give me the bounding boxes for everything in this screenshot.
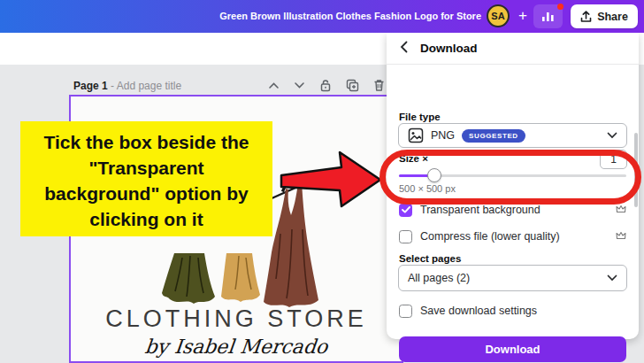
panel-title: Download	[420, 42, 478, 55]
pro-crown-icon	[616, 204, 626, 216]
yellow-instruction-note: Tick the box beside the "Transparent bac…	[20, 121, 272, 236]
move-page-down-icon[interactable]	[294, 81, 305, 89]
analytics-chart-icon	[540, 10, 556, 23]
size-multiplier-input[interactable]: 1	[600, 150, 627, 169]
duplicate-page-icon[interactable]	[346, 79, 359, 92]
add-member-button[interactable]: +	[513, 5, 533, 27]
download-button[interactable]: Download	[399, 336, 626, 362]
logo-byline[interactable]: by Isabel Mercado	[70, 336, 403, 358]
note-line: background" option by	[20, 181, 272, 206]
panel-scrollbar[interactable]	[634, 133, 638, 207]
save-settings-checkbox[interactable]	[399, 305, 412, 318]
move-page-up-icon[interactable]	[268, 81, 280, 89]
transparent-background-label: Transparent background	[420, 204, 540, 216]
transparent-background-checkbox[interactable]	[399, 204, 412, 217]
document-title[interactable]: Green Brown Illustration Clothes Fashion…	[219, 11, 481, 21]
note-line: "Transparent	[20, 155, 272, 181]
top-navigation-bar: Green Brown Illustration Clothes Fashion…	[0, 0, 644, 33]
transparent-background-option[interactable]: Transparent background	[399, 202, 626, 218]
share-label: Share	[597, 11, 628, 23]
logo-store-name[interactable]: CLOTHING STORE	[71, 305, 402, 333]
save-download-settings-option[interactable]: Save download settings	[399, 303, 626, 319]
compress-file-checkbox[interactable]	[399, 230, 412, 243]
chevron-down-icon	[607, 129, 617, 142]
save-settings-label: Save download settings	[420, 305, 537, 317]
page-title-row[interactable]: Page 1 - Add page title	[73, 80, 181, 92]
select-pages-dropdown[interactable]: All pages (2)	[398, 265, 627, 291]
file-type-label: File type	[399, 112, 441, 122]
compress-file-option[interactable]: Compress file (lower quality)	[399, 228, 626, 244]
lock-icon[interactable]	[319, 79, 332, 92]
compress-file-label: Compress file (lower quality)	[420, 230, 560, 243]
file-type-value: PNG	[431, 129, 455, 142]
back-chevron-icon[interactable]	[400, 41, 408, 56]
slider-handle[interactable]	[427, 168, 441, 182]
note-line: Tick the box beside the	[20, 129, 272, 155]
chevron-down-icon	[607, 272, 617, 284]
notification-dot	[557, 4, 564, 10]
page-title-placeholder: - Add page title	[111, 80, 181, 92]
suggested-badge: SUGGESTED	[462, 129, 525, 143]
select-pages-value: All pages (2)	[408, 272, 470, 284]
size-label: Size ×	[399, 153, 428, 164]
image-file-icon	[408, 127, 424, 143]
size-pixels-label: 500 × 500 px	[399, 183, 456, 194]
avatar[interactable]: SA	[487, 4, 510, 27]
red-arrow-annotation	[276, 145, 387, 214]
select-pages-label: Select pages	[399, 253, 461, 264]
download-panel: Download File type PNG SUGGESTED Size × …	[387, 33, 639, 339]
note-line: clicking on it	[20, 206, 272, 232]
tan-skirt[interactable]	[221, 253, 260, 302]
page-number-label: Page 1	[73, 80, 108, 92]
upload-icon	[580, 11, 592, 23]
share-button[interactable]: Share	[571, 4, 638, 28]
file-type-dropdown[interactable]: PNG SUGGESTED	[398, 123, 627, 148]
pro-crown-icon	[616, 230, 626, 243]
delete-page-icon[interactable]	[373, 79, 385, 92]
olive-skirt[interactable]	[162, 253, 215, 304]
